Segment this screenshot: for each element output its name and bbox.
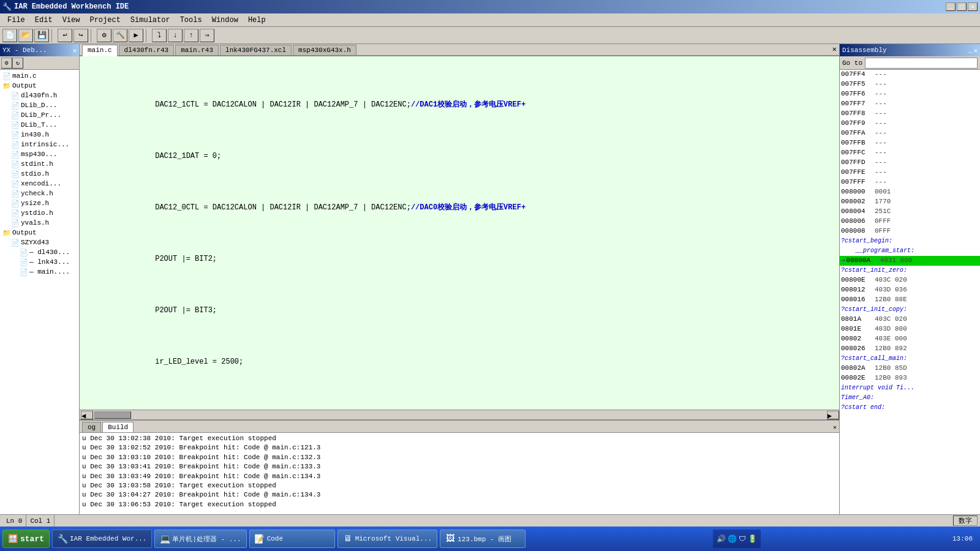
horizontal-scrollbar[interactable]: ◀ ▶ [80,410,839,419]
tree-item-intrinsic[interactable]: 📄 intrinsic... [1,140,78,149]
disasm-close-btn[interactable]: ✕ [973,47,978,54]
editor-area: main.c dl430fn.r43 main.r43 lnk430FG437.… [80,44,839,514]
tool-open[interactable]: 📂 [18,29,33,42]
tree-item-output1[interactable]: 📁 Output [1,81,78,91]
sidebar-toolbar: ⚙ ↻ [0,56,79,70]
tree-item-main-out[interactable]: 📄 — main.... [1,267,78,277]
log-tab-og[interactable]: og [82,422,101,432]
taskbar-btn-code-label: Code [267,535,283,542]
sys-icon-shield[interactable]: 🛡 [739,534,746,544]
tab-dl430fn[interactable]: dl430fn.r43 [119,45,175,55]
menu-view[interactable]: View [58,13,85,27]
tree-label: Output [12,229,37,236]
tool-run-to-cursor[interactable]: ⇒ [200,29,214,42]
tree-item-stdio[interactable]: 📄 stdio.h [1,169,78,179]
sys-icon-volume[interactable]: 🔊 [717,534,726,544]
menu-tools[interactable]: Tools [175,13,207,27]
tree-item-xencodi[interactable]: 📄 xencodi... [1,179,78,189]
maximize-button[interactable]: □ [957,2,967,11]
menu-window[interactable]: Window [207,13,243,27]
menu-file[interactable]: File [2,13,30,27]
menu-help[interactable]: Help [243,13,271,27]
scroll-track [94,411,827,419]
disasm-addr: 0801E [841,324,875,334]
taskbar: 🪟 start 🔧 IAR Embedded Wor... 💻 单片机|处理器 … [0,527,980,551]
disasm-label-cstart-init-copy: ?cstart_init_copy: [840,305,980,315]
tree-item-ystdio[interactable]: 📄 ystdio.h [1,208,78,218]
tree-item-dlibpr[interactable]: 📄 DLib_Pr... [1,110,78,120]
file-icon: 📄 [11,238,20,247]
status-col: Col 1 [30,517,50,525]
sidebar-close-icon[interactable]: ✕ [72,47,77,54]
tree-item-mainc[interactable]: 📄 main.c [1,71,78,81]
sys-icon-battery[interactable]: 🔋 [748,534,757,544]
disasm-minimize-btn[interactable]: _ [968,47,973,54]
tree-label: SZYXd43 [21,239,49,246]
taskbar-btn-iar[interactable]: 🔧 IAR Embedded Wor... [52,530,152,548]
editor-content[interactable]: DAC12_1CTL = DAC12CALON | DAC12IR | DAC1… [80,56,839,410]
tool-debug[interactable]: ▶ [129,29,143,42]
menu-simulator[interactable]: Simulator [126,13,175,27]
log-line-1: u Dec 30 13:02:38 2010: Target execution… [82,434,837,443]
tree-item-stdint[interactable]: 📄 stdint.h [1,159,78,169]
tree-item-dlibt[interactable]: 📄 DLib_T... [1,120,78,130]
taskbar-btn-iar-label: IAR Embedded Wor... [70,535,146,542]
tab-mainr43[interactable]: main.r43 [175,45,219,55]
taskbar-time: 13:06 [948,535,978,542]
tool-new[interactable]: 📄 [2,29,17,42]
disasm-bytes: 0FFF [875,217,979,227]
log-close-btn[interactable]: ✕ [831,422,839,432]
log-tab-build[interactable]: Build [102,422,134,432]
tool-step-over[interactable]: ⤵ [152,29,167,42]
tab-lnk430fg437[interactable]: lnk430FG437.xcl [220,45,292,55]
tree-item-ycheck[interactable]: 📄 ycheck.h [1,189,78,198]
menu-edit[interactable]: Edit [30,13,58,27]
sys-icon-network[interactable]: 🌐 [728,534,737,544]
tree-item-lnk43[interactable]: 📄 — lnk43... [1,257,78,267]
disasm-line-007ffc: 007FFC--- [840,148,980,158]
scroll-right-btn[interactable]: ▶ [827,411,839,419]
disasm-bytes: --- [875,119,979,129]
close-button[interactable]: ✕ [968,2,978,11]
tab-close-btn[interactable]: ✕ [830,44,839,55]
tool-compile[interactable]: ⚙ [97,29,111,42]
scroll-left-btn[interactable]: ◀ [81,411,93,419]
tab-mainc[interactable]: main.c [82,45,118,56]
tab-bar: main.c dl430fn.r43 main.r43 lnk430FG437.… [80,44,839,56]
sidebar-refresh-btn[interactable]: ↻ [12,58,23,69]
iar-icon: 🔧 [58,534,67,544]
start-button[interactable]: 🪟 start [2,530,50,548]
tool-save[interactable]: 💾 [34,29,49,42]
tool-undo[interactable]: ↩ [58,29,72,42]
scroll-thumb[interactable] [94,411,131,419]
tab-msp430xg43x[interactable]: msp430xG43x.h [293,45,356,55]
tree-item-dl430-out[interactable]: 📄 — dl430... [1,247,78,257]
sidebar-config-btn[interactable]: ⚙ [1,58,12,69]
taskbar-btn-code[interactable]: 📝 Code [249,530,335,548]
tree-item-yvals[interactable]: 📄 yvals.h [1,218,78,228]
disasm-header-controls: _ ✕ [968,47,978,54]
tool-step-into[interactable]: ↓ [168,29,183,42]
goto-input[interactable] [865,58,978,69]
disasm-addr: 008008 [841,227,875,236]
code-line-6: ir_LED_level = 2500; [85,347,834,377]
tree-item-ysize[interactable]: 📄 ysize.h [1,198,78,208]
tool-build[interactable]: 🔨 [113,29,127,42]
taskbar-btn-msvisual[interactable]: 🖥 Microsoft Visual... [337,530,437,548]
disasm-label-text: ?cstart_init_zero: [841,266,907,276]
tree-item-msp430[interactable]: 📄 msp430... [1,149,78,159]
tree-label: msp430... [21,151,57,158]
tool-redo[interactable]: ↪ [74,29,88,42]
minimize-button[interactable]: _ [946,2,956,11]
disasm-line-007ff8: 007FF8--- [840,109,980,119]
tree-item-output2[interactable]: 📁 Output [1,228,78,238]
tool-step-out[interactable]: ↑ [184,29,198,42]
tree-item-szyxd43[interactable]: 📄 SZYXd43 [1,238,78,247]
menu-project[interactable]: Project [85,13,125,27]
tree-item-dl430fn[interactable]: 📄 dl430fn.h [1,91,78,100]
taskbar-btn-mcu[interactable]: 💻 单片机|处理器 - ... [154,530,246,548]
tree-item-dlibd[interactable]: 📄 DLib_D... [1,100,78,110]
tree-item-in430[interactable]: 📄 in430.h [1,130,78,140]
taskbar-btn-paint[interactable]: 🖼 123.bmp - 画图 [440,530,526,548]
disasm-bytes: 0FFF [875,227,979,236]
